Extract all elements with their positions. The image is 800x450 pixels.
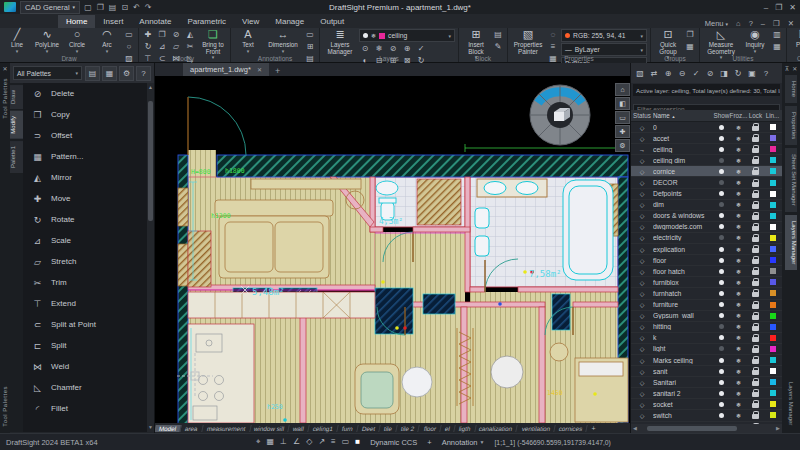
layers-toolbar-icon[interactable]: ⊖ <box>676 67 688 79</box>
annotation-scale-dropdown[interactable]: Annotation▼ <box>442 438 485 447</box>
layer-lock-icon[interactable] <box>752 204 759 209</box>
layer-show-icon[interactable] <box>719 380 724 385</box>
doc-close-button[interactable]: ✕ <box>788 19 794 28</box>
layer-row[interactable]: switch <box>631 410 782 421</box>
layer-show-icon[interactable] <box>719 136 724 141</box>
column-name[interactable]: Name ▲ <box>653 112 713 119</box>
layer-row[interactable]: Gypsum_wall <box>631 311 782 322</box>
layer-name[interactable]: floor hatch <box>653 268 713 275</box>
layer-row[interactable]: electricity <box>631 233 782 244</box>
draw-tool-icon[interactable]: ○ <box>123 41 135 52</box>
layer-row[interactable]: k <box>631 333 782 344</box>
block-tool-icon[interactable]: ▤ <box>492 29 504 40</box>
line-button[interactable]: ╱ Line▾ <box>3 29 31 54</box>
close-icon[interactable]: ✕ <box>792 65 797 72</box>
layer-freeze-icon[interactable] <box>736 179 741 186</box>
layer-show-icon[interactable] <box>719 224 724 229</box>
scroll-up-icon[interactable]: ▲ <box>148 83 153 92</box>
column-show[interactable]: Show <box>713 112 730 119</box>
layers-manager-footer-label[interactable]: Layers Manager <box>788 382 794 425</box>
navigation-wheel[interactable] <box>524 83 616 147</box>
properties-tool-icon[interactable]: ≡ <box>547 41 559 52</box>
layer-freeze-icon[interactable] <box>736 390 741 397</box>
palette-tool[interactable]: ◜ Fillet <box>23 398 147 419</box>
palette-tool[interactable]: ✚ Move <box>23 188 147 209</box>
layer-show-icon[interactable] <box>719 125 724 130</box>
palette-header-icon[interactable]: ▤ <box>85 66 100 81</box>
layer-tool-icon[interactable]: ⊘ <box>387 43 399 54</box>
modify-tool-icon[interactable]: ↻ <box>142 41 154 52</box>
layer-color-swatch[interactable] <box>770 401 776 407</box>
palette-tool[interactable]: ⊿ Scale <box>23 230 147 251</box>
layer-show-icon[interactable] <box>719 391 724 396</box>
layer-row[interactable]: 0 <box>631 122 782 133</box>
layers-toolbar-icon[interactable]: ◨ <box>718 67 730 79</box>
layer-color-swatch[interactable] <box>770 379 776 385</box>
annotation-tool-icon[interactable]: ⊞ <box>304 41 316 52</box>
layers-hscrollbar[interactable]: ◀ ▶ <box>631 424 782 433</box>
layer-freeze-icon[interactable] <box>736 212 741 219</box>
quick-access-icon[interactable]: ↶ <box>133 3 140 12</box>
layer-lock-icon[interactable] <box>752 237 759 242</box>
layer-lock-icon[interactable] <box>752 270 759 275</box>
layer-name[interactable]: doors & windows <box>653 212 713 219</box>
layer-color-swatch[interactable] <box>770 290 776 296</box>
layer-name[interactable]: furniture <box>653 301 713 308</box>
layer-show-icon[interactable] <box>719 269 724 274</box>
layer-show-icon[interactable] <box>719 213 724 218</box>
layer-tool-icon[interactable]: ⊕ <box>401 43 413 54</box>
palette-tab[interactable]: Modify <box>10 111 23 139</box>
layer-name[interactable]: hitting <box>653 323 713 330</box>
column-linecolor[interactable]: Lin... <box>764 112 781 119</box>
palette-tool[interactable]: ↻ Rotate <box>23 209 147 230</box>
modify-tool-icon[interactable]: ⊘ <box>170 29 182 40</box>
layer-show-icon[interactable] <box>719 358 724 363</box>
ribbon-tab[interactable]: Home <box>58 15 95 28</box>
sheet-tab[interactable]: ligth <box>454 425 476 432</box>
layers-toolbar-icon[interactable]: ? <box>760 67 772 79</box>
utilities-tool-icon[interactable]: ▦ <box>771 41 783 52</box>
layer-show-icon[interactable] <box>719 169 724 174</box>
layer-tool-icon[interactable]: ⊙ <box>359 43 371 54</box>
layer-row[interactable]: explication <box>631 244 782 255</box>
layer-row[interactable]: sanitari 2 <box>631 388 782 399</box>
palette-scrollbar[interactable]: ▲ ▼ <box>147 83 154 432</box>
groups-tool-icon[interactable]: ❐ <box>684 29 696 40</box>
active-layer-dropdown[interactable]: ❄ ceiling ▾ <box>359 29 455 42</box>
block-tool-icon[interactable]: ✎ <box>492 41 504 52</box>
layer-color-swatch[interactable] <box>770 368 776 374</box>
layer-lock-icon[interactable] <box>752 226 759 231</box>
pin-icon[interactable]: ⊼ <box>785 65 789 72</box>
layer-lock-icon[interactable] <box>752 337 759 342</box>
layer-name[interactable]: floor <box>653 257 713 264</box>
layers-manager-button[interactable]: ≣ Layers Manager <box>323 29 357 55</box>
modify-tool-icon[interactable]: ✂ <box>184 41 196 52</box>
layer-name[interactable]: dwgmodels.com <box>653 223 713 230</box>
view-tool-button[interactable]: ⚙ <box>615 139 630 152</box>
layer-show-icon[interactable] <box>719 302 724 307</box>
layer-freeze-icon[interactable] <box>736 368 741 375</box>
palette-selector[interactable]: All Palettes ▾ <box>13 66 82 80</box>
groups-tool-icon[interactable]: ▦ <box>684 41 696 52</box>
layers-toolbar-icon[interactable]: ▣ <box>746 67 758 79</box>
sheet-tab[interactable]: floor <box>419 425 442 432</box>
layer-show-icon[interactable] <box>719 235 724 240</box>
layer-row[interactable]: dwgmodels.com <box>631 222 782 233</box>
layer-color-swatch[interactable] <box>770 324 776 330</box>
palette-tool[interactable]: ⊘ Delete <box>23 83 147 104</box>
ribbon-tab[interactable]: Parametric <box>179 15 234 28</box>
layer-freeze-icon[interactable] <box>736 312 741 319</box>
layer-show-icon[interactable] <box>719 158 724 163</box>
layer-show-icon[interactable] <box>719 324 724 329</box>
sheet-tab[interactable]: el <box>440 425 455 432</box>
layer-freeze-icon[interactable] <box>736 357 741 364</box>
layer-row[interactable]: Marks ceiling <box>631 355 782 366</box>
sheet-tab[interactable]: wall <box>289 425 310 432</box>
sheet-tab[interactable]: tile 2 <box>397 425 421 432</box>
layer-name[interactable]: ceiling dim <box>653 157 713 164</box>
dock-tab[interactable]: Home <box>785 75 797 103</box>
layer-row[interactable]: doors & windows <box>631 211 782 222</box>
layer-color-swatch[interactable] <box>770 279 776 285</box>
layer-freeze-icon[interactable] <box>736 290 741 297</box>
modify-tool-icon[interactable]: ◭ <box>184 29 196 40</box>
